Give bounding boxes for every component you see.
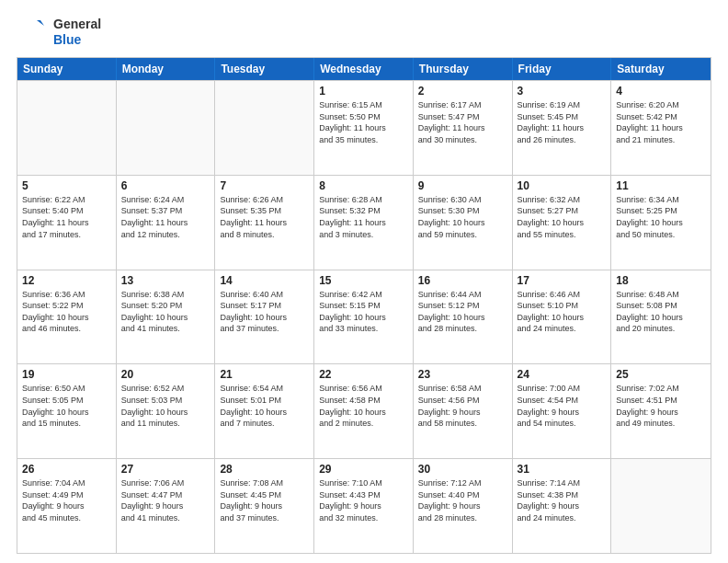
day-info: Sunrise: 6:28 AM Sunset: 5:32 PM Dayligh… — [319, 194, 408, 240]
day-info: Sunrise: 6:46 AM Sunset: 5:10 PM Dayligh… — [518, 289, 607, 335]
calendar: SundayMondayTuesdayWednesdayThursdayFrid… — [17, 57, 711, 554]
day-cell-4: 4Sunrise: 6:20 AM Sunset: 5:42 PM Daylig… — [611, 81, 711, 175]
day-info: Sunrise: 6:44 AM Sunset: 5:12 PM Dayligh… — [418, 289, 507, 335]
weekday-header-friday: Friday — [513, 58, 612, 80]
day-info: Sunrise: 6:34 AM Sunset: 5:25 PM Dayligh… — [616, 194, 706, 240]
day-number: 3 — [518, 85, 607, 98]
day-cell-17: 17Sunrise: 6:46 AM Sunset: 5:10 PM Dayli… — [513, 270, 612, 364]
day-number: 14 — [220, 274, 309, 287]
day-info: Sunrise: 6:36 AM Sunset: 5:22 PM Dayligh… — [22, 289, 111, 335]
day-number: 6 — [121, 179, 210, 192]
day-info: Sunrise: 7:10 AM Sunset: 4:43 PM Dayligh… — [319, 477, 408, 523]
calendar-header: SundayMondayTuesdayWednesdayThursdayFrid… — [17, 58, 711, 80]
day-cell-28: 28Sunrise: 7:08 AM Sunset: 4:45 PM Dayli… — [215, 459, 314, 553]
page: GeneralBlue SundayMondayTuesdayWednesday… — [0, 0, 728, 563]
day-cell-21: 21Sunrise: 6:54 AM Sunset: 5:01 PM Dayli… — [215, 364, 314, 458]
day-cell-22: 22Sunrise: 6:56 AM Sunset: 4:58 PM Dayli… — [314, 364, 414, 458]
day-cell-29: 29Sunrise: 7:10 AM Sunset: 4:43 PM Dayli… — [314, 459, 414, 553]
day-number: 9 — [418, 179, 507, 192]
empty-cell-0-0 — [17, 81, 117, 175]
day-cell-20: 20Sunrise: 6:52 AM Sunset: 5:03 PM Dayli… — [117, 364, 216, 458]
day-cell-3: 3Sunrise: 6:19 AM Sunset: 5:45 PM Daylig… — [513, 81, 612, 175]
calendar-row-1: 1Sunrise: 6:15 AM Sunset: 5:50 PM Daylig… — [17, 80, 711, 175]
day-info: Sunrise: 6:56 AM Sunset: 4:58 PM Dayligh… — [319, 383, 408, 429]
weekday-header-monday: Monday — [117, 58, 216, 80]
logo-general: General — [53, 17, 101, 32]
day-info: Sunrise: 6:19 AM Sunset: 5:45 PM Dayligh… — [518, 99, 607, 145]
calendar-row-3: 12Sunrise: 6:36 AM Sunset: 5:22 PM Dayli… — [17, 270, 711, 364]
day-number: 24 — [518, 368, 607, 381]
day-info: Sunrise: 6:52 AM Sunset: 5:03 PM Dayligh… — [121, 383, 210, 429]
day-number: 8 — [319, 179, 408, 192]
day-cell-14: 14Sunrise: 6:40 AM Sunset: 5:17 PM Dayli… — [215, 270, 314, 364]
day-number: 12 — [22, 274, 111, 287]
weekday-header-saturday: Saturday — [611, 58, 711, 80]
day-number: 20 — [121, 368, 210, 381]
weekday-header-thursday: Thursday — [414, 58, 513, 80]
day-info: Sunrise: 7:02 AM Sunset: 4:51 PM Dayligh… — [616, 383, 706, 429]
day-info: Sunrise: 6:15 AM Sunset: 5:50 PM Dayligh… — [319, 99, 408, 145]
day-number: 22 — [319, 368, 408, 381]
day-info: Sunrise: 6:50 AM Sunset: 5:05 PM Dayligh… — [22, 383, 111, 429]
day-info: Sunrise: 6:24 AM Sunset: 5:37 PM Dayligh… — [121, 194, 210, 240]
day-cell-27: 27Sunrise: 7:06 AM Sunset: 4:47 PM Dayli… — [117, 459, 216, 553]
day-number: 28 — [220, 463, 309, 476]
day-cell-31: 31Sunrise: 7:14 AM Sunset: 4:38 PM Dayli… — [513, 459, 612, 553]
day-cell-7: 7Sunrise: 6:26 AM Sunset: 5:35 PM Daylig… — [215, 176, 314, 270]
calendar-row-2: 5Sunrise: 6:22 AM Sunset: 5:40 PM Daylig… — [17, 175, 711, 270]
day-number: 7 — [220, 179, 309, 192]
day-number: 13 — [121, 274, 210, 287]
day-cell-2: 2Sunrise: 6:17 AM Sunset: 5:47 PM Daylig… — [414, 81, 513, 175]
day-info: Sunrise: 7:00 AM Sunset: 4:54 PM Dayligh… — [518, 383, 607, 429]
day-number: 27 — [121, 463, 210, 476]
day-cell-24: 24Sunrise: 7:00 AM Sunset: 4:54 PM Dayli… — [513, 364, 612, 458]
day-number: 15 — [319, 274, 408, 287]
day-cell-23: 23Sunrise: 6:58 AM Sunset: 4:56 PM Dayli… — [414, 364, 513, 458]
day-number: 30 — [418, 463, 507, 476]
day-number: 21 — [220, 368, 309, 381]
day-info: Sunrise: 6:58 AM Sunset: 4:56 PM Dayligh… — [418, 383, 507, 429]
day-number: 4 — [616, 85, 706, 98]
day-number: 31 — [518, 463, 607, 476]
day-number: 29 — [319, 463, 408, 476]
day-info: Sunrise: 6:20 AM Sunset: 5:42 PM Dayligh… — [616, 99, 706, 145]
weekday-header-tuesday: Tuesday — [215, 58, 314, 80]
day-number: 2 — [418, 85, 507, 98]
day-info: Sunrise: 7:04 AM Sunset: 4:49 PM Dayligh… — [22, 477, 111, 523]
day-cell-30: 30Sunrise: 7:12 AM Sunset: 4:40 PM Dayli… — [414, 459, 513, 553]
day-cell-8: 8Sunrise: 6:28 AM Sunset: 5:32 PM Daylig… — [314, 176, 414, 270]
day-cell-11: 11Sunrise: 6:34 AM Sunset: 5:25 PM Dayli… — [611, 176, 711, 270]
day-info: Sunrise: 7:08 AM Sunset: 4:45 PM Dayligh… — [220, 477, 309, 523]
day-number: 10 — [518, 179, 607, 192]
empty-cell-0-2 — [215, 81, 314, 175]
day-cell-12: 12Sunrise: 6:36 AM Sunset: 5:22 PM Dayli… — [17, 270, 117, 364]
day-number: 23 — [418, 368, 507, 381]
day-cell-25: 25Sunrise: 7:02 AM Sunset: 4:51 PM Dayli… — [611, 364, 711, 458]
day-cell-10: 10Sunrise: 6:32 AM Sunset: 5:27 PM Dayli… — [513, 176, 612, 270]
day-info: Sunrise: 6:42 AM Sunset: 5:15 PM Dayligh… — [319, 289, 408, 335]
calendar-row-4: 19Sunrise: 6:50 AM Sunset: 5:05 PM Dayli… — [17, 363, 711, 458]
day-cell-19: 19Sunrise: 6:50 AM Sunset: 5:05 PM Dayli… — [17, 364, 117, 458]
day-cell-18: 18Sunrise: 6:48 AM Sunset: 5:08 PM Dayli… — [611, 270, 711, 364]
day-cell-13: 13Sunrise: 6:38 AM Sunset: 5:20 PM Dayli… — [117, 270, 216, 364]
day-number: 17 — [518, 274, 607, 287]
day-number: 1 — [319, 85, 408, 98]
day-info: Sunrise: 7:14 AM Sunset: 4:38 PM Dayligh… — [518, 477, 607, 523]
day-number: 19 — [22, 368, 111, 381]
calendar-row-5: 26Sunrise: 7:04 AM Sunset: 4:49 PM Dayli… — [17, 458, 711, 553]
empty-cell-0-1 — [117, 81, 216, 175]
day-number: 16 — [418, 274, 507, 287]
day-info: Sunrise: 6:40 AM Sunset: 5:17 PM Dayligh… — [220, 289, 309, 335]
day-cell-1: 1Sunrise: 6:15 AM Sunset: 5:50 PM Daylig… — [314, 81, 414, 175]
day-info: Sunrise: 6:54 AM Sunset: 5:01 PM Dayligh… — [220, 383, 309, 429]
logo: GeneralBlue — [17, 17, 101, 48]
day-cell-6: 6Sunrise: 6:24 AM Sunset: 5:37 PM Daylig… — [117, 176, 216, 270]
day-number: 26 — [22, 463, 111, 476]
weekday-header-wednesday: Wednesday — [314, 58, 414, 80]
weekday-header-sunday: Sunday — [17, 58, 117, 80]
day-cell-26: 26Sunrise: 7:04 AM Sunset: 4:49 PM Dayli… — [17, 459, 117, 553]
day-cell-15: 15Sunrise: 6:42 AM Sunset: 5:15 PM Dayli… — [314, 270, 414, 364]
day-info: Sunrise: 7:12 AM Sunset: 4:40 PM Dayligh… — [418, 477, 507, 523]
svg-marker-0 — [37, 20, 44, 26]
day-info: Sunrise: 6:48 AM Sunset: 5:08 PM Dayligh… — [616, 289, 706, 335]
